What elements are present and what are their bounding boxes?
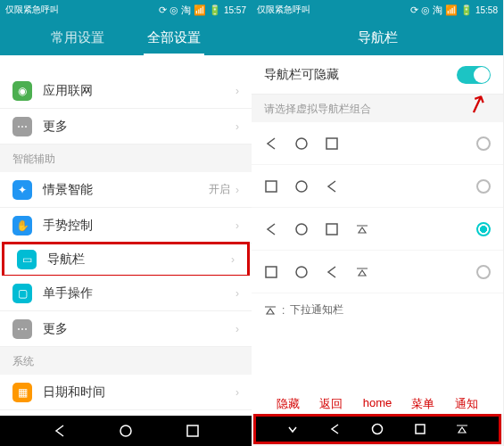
section-assist: 智能辅助 [0,145,252,172]
row-navbar[interactable]: ▭ 导航栏 › [2,242,250,277]
more-icon: ⋯ [12,117,32,136]
radio-button[interactable] [476,265,491,279]
screen-settings: 仅限紧急呼叫 ⟳◎淘📶🔋 15:57 常用设置 全部设置 ◉ 应用联网 › ⋯ … [0,0,252,446]
row-hideable[interactable]: 导航栏可隐藏 [252,55,503,95]
chevron-right-icon: › [235,386,239,399]
hand-icon: ✋ [12,216,32,235]
status-time: 15:57 [224,5,246,15]
svg-point-2 [296,138,307,149]
radio-button[interactable] [476,136,491,151]
settings-list: ◉ 应用联网 › ⋯ 更多 › 智能辅助 ✦ 情景智能 开启 › ✋ 手势控制 … [0,55,252,416]
hint-label: 请选择虚拟导航栏组合 [252,95,503,122]
home-icon[interactable] [119,424,133,438]
chevron-right-icon: › [235,287,239,300]
nav-icon: ▭ [17,250,37,269]
nav-option-3[interactable] [252,208,503,251]
svg-rect-3 [326,138,337,149]
svg-rect-1 [187,425,198,436]
svg-point-0 [120,425,131,436]
legend-pulldown: : 下拉通知栏 [252,293,503,326]
svg-rect-7 [326,224,337,235]
screen-navbar-settings: 仅限紧急呼叫 ⟳◎淘📶🔋 15:58 导航栏 导航栏可隐藏 ↗ 请选择虚拟导航栏… [252,0,503,446]
row-gesture[interactable]: ✋ 手势控制 › [0,208,252,244]
svg-rect-8 [266,267,277,277]
chevron-right-icon: › [235,219,239,232]
row-app-network[interactable]: ◉ 应用联网 › [0,73,252,109]
bulb-icon: ✦ [12,180,32,200]
hide-icon[interactable] [286,423,299,435]
back-icon[interactable] [53,424,67,438]
system-nav-bar [253,414,501,444]
status-icons: ⟳◎淘📶🔋 15:58 [410,4,498,17]
row-scene[interactable]: ✦ 情景智能 开启 › [0,172,252,208]
nav-option-4[interactable] [252,251,503,293]
status-bar: 仅限紧急呼叫 ⟳◎淘📶🔋 15:58 [252,0,503,20]
chevron-right-icon: › [235,323,239,335]
svg-point-6 [296,224,307,235]
page-header: 导航栏 [252,20,503,55]
system-nav-bar [0,416,252,446]
page-title: 导航栏 [358,29,398,46]
row-datetime[interactable]: ▦ 日期和时间 › [0,375,252,410]
nav-option-1[interactable] [252,122,503,165]
radio-button[interactable] [476,179,491,194]
status-icons: ⟳◎淘📶🔋 15:57 [159,4,246,17]
toggle-switch[interactable] [457,66,491,84]
globe-icon: ◉ [12,81,32,101]
chevron-right-icon: › [235,85,239,97]
status-text: 仅限紧急呼叫 [257,4,410,16]
row-onehand[interactable]: ▢ 单手操作 › [0,276,252,311]
radio-button[interactable] [476,222,491,236]
status-time: 15:58 [475,5,498,15]
tabs-header: 常用设置 全部设置 [0,20,252,55]
row-more-2[interactable]: ⋯ 更多 › [0,311,252,347]
svg-point-5 [296,181,307,192]
onehand-icon: ▢ [12,284,32,303]
section-system: 系统 [0,347,252,375]
chevron-right-icon: › [235,184,239,196]
svg-rect-11 [416,425,425,434]
nav-option-2[interactable] [252,165,503,208]
svg-point-9 [296,267,307,277]
row-truncated[interactable] [0,55,252,73]
more-icon: ⋯ [12,319,32,339]
recent-icon[interactable] [186,424,200,438]
tab-common[interactable]: 常用设置 [47,21,108,55]
calendar-icon: ▦ [12,383,32,402]
chevron-right-icon: › [235,120,239,133]
row-more-1[interactable]: ⋯ 更多 › [0,109,252,145]
status-bar: 仅限紧急呼叫 ⟳◎淘📶🔋 15:57 [0,0,252,20]
notify-icon[interactable] [456,423,468,435]
annotation-labels: 隐藏 返回 home 菜单 通知 [252,396,503,412]
back-icon[interactable] [328,423,341,435]
recent-icon[interactable] [414,423,426,435]
home-icon[interactable] [371,423,384,435]
svg-rect-4 [266,181,277,192]
status-text: 仅限紧急呼叫 [5,4,159,16]
svg-point-10 [372,425,382,434]
chevron-right-icon: › [231,253,235,266]
navbar-options: 导航栏可隐藏 ↗ 请选择虚拟导航栏组合 [252,55,503,414]
tab-all[interactable]: 全部设置 [144,21,204,55]
